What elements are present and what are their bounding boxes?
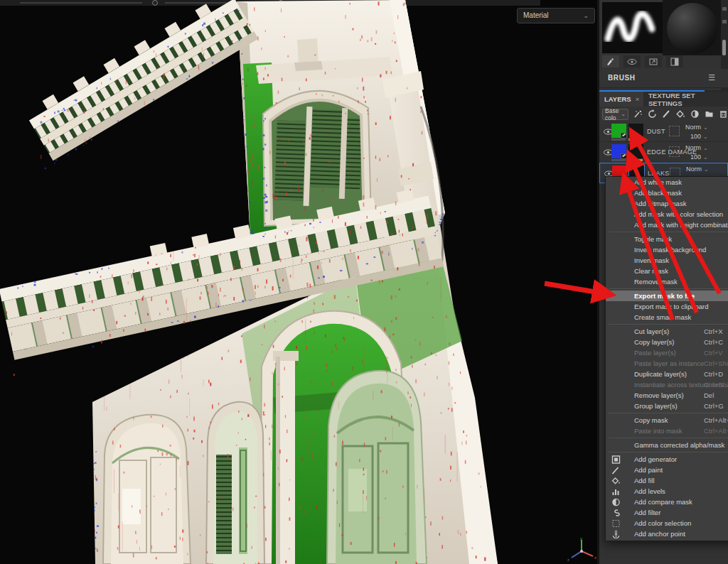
menu-item-label: Remove mask bbox=[634, 278, 678, 286]
fill-badge-icon bbox=[621, 133, 627, 139]
menu-item-export-mask-to-file[interactable]: Export mask to file bbox=[606, 291, 728, 301]
menu-item-paste-layer-s: Paste layer(s)Ctrl+V bbox=[606, 347, 728, 358]
menu-item-add-black-mask[interactable]: Add black mask bbox=[606, 188, 728, 198]
mask-bar bbox=[628, 139, 643, 141]
menu-item-cut-layer-s[interactable]: Cut layer(s)Ctrl+X bbox=[606, 326, 728, 337]
menu-item-shortcut: Ctrl+Shift+I bbox=[704, 379, 728, 390]
tab-layers[interactable]: LAYERS × bbox=[599, 92, 644, 107]
tab-material[interactable] bbox=[666, 55, 683, 67]
gizmo-z-label: z bbox=[567, 558, 569, 562]
scrollbar-handle[interactable] bbox=[722, 40, 726, 55]
menu-item-label: Duplicate layer(s) bbox=[634, 370, 687, 378]
layer-color-thumbnail[interactable] bbox=[611, 124, 626, 138]
menu-item-add-compare-mask[interactable]: Add compare mask bbox=[606, 497, 728, 507]
layer-context-menu: Add white maskAdd black maskAdd bitmap m… bbox=[605, 176, 728, 541]
tab-brush[interactable] bbox=[602, 55, 619, 67]
menu-item-label: Gamma corrected alpha/mask bbox=[634, 441, 724, 449]
layer-name: DUST bbox=[647, 128, 665, 135]
add-paint-layer-icon[interactable] bbox=[662, 109, 671, 119]
menu-item-group-layer-s[interactable]: Group layer(s)Ctrl+G bbox=[606, 401, 728, 411]
menu-item-add-paint[interactable]: Add paint bbox=[606, 465, 728, 475]
layer-mask-thumbnail[interactable] bbox=[628, 124, 643, 138]
layers-tabbar: LAYERS × TEXTURE SET SETTINGS bbox=[599, 90, 728, 107]
menu-item-export-mask-to-clipboard[interactable]: Export mask to clipboard bbox=[606, 301, 728, 312]
fill-badge-icon bbox=[621, 153, 627, 159]
blend-mode-dropdown[interactable]: Norm⌄ bbox=[685, 124, 708, 131]
menu-item-gamma-corrected-alpha-mask[interactable]: Gamma corrected alpha/mask bbox=[606, 440, 728, 450]
menu-item-add-white-mask[interactable]: Add white mask bbox=[606, 177, 728, 188]
menu-item-paste-into-mask: Paste into maskCtrl+Alt+V bbox=[606, 425, 728, 436]
menu-item-invert-mask-background[interactable]: Invert mask background bbox=[606, 244, 728, 255]
navigation-gizmo[interactable]: x y z bbox=[566, 537, 599, 563]
menu-item-remove-mask[interactable]: Remove mask bbox=[606, 276, 728, 287]
add-smart-mask-icon[interactable] bbox=[690, 109, 700, 119]
add-folder-icon[interactable] bbox=[705, 109, 714, 119]
menu-item-add-mask-with-height-combination[interactable]: Add mask with height combination bbox=[606, 219, 728, 230]
cornice-top bbox=[24, 0, 259, 161]
layer-mask-thumbnail[interactable] bbox=[628, 144, 643, 158]
compare-mask-icon bbox=[611, 498, 621, 506]
material-slot-icon bbox=[669, 126, 680, 136]
menu-separator bbox=[609, 288, 728, 289]
menu-item-remove-layer-s[interactable]: Remove layer(s)Del bbox=[606, 390, 728, 401]
opacity-dropdown[interactable]: 100⌄ bbox=[690, 153, 708, 161]
menu-item-label: Add white mask bbox=[634, 178, 682, 186]
menu-item-add-levels[interactable]: Add levels bbox=[606, 486, 728, 497]
brush-section-header[interactable]: BRUSH ☰ bbox=[599, 69, 728, 88]
menu-item-shortcut: Ctrl+D bbox=[704, 369, 723, 379]
add-fill-layer-icon[interactable] bbox=[676, 109, 685, 119]
menu-item-label: Clear mask bbox=[634, 267, 668, 275]
add-effect-icon[interactable] bbox=[633, 109, 643, 119]
section-menu-icon[interactable]: ☰ bbox=[708, 73, 715, 82]
levels-icon bbox=[611, 487, 621, 496]
menu-item-label: Add generator bbox=[634, 455, 677, 463]
menu-item-copy-mask[interactable]: Copy maskCtrl+Alt+C bbox=[606, 415, 728, 425]
menu-item-invert-mask[interactable]: Invert mask bbox=[606, 255, 728, 266]
chevron-down-icon: ⌄ bbox=[621, 111, 626, 117]
layer-color-thumbnail[interactable] bbox=[611, 144, 626, 158]
brush-stroke-preview[interactable] bbox=[602, 2, 663, 53]
tab-texture-set-settings[interactable]: TEXTURE SET SETTINGS bbox=[643, 92, 728, 107]
channel-bar bbox=[611, 139, 626, 141]
channel-bar bbox=[611, 159, 626, 161]
material-mode-dropdown[interactable]: Material ⌄ bbox=[517, 8, 595, 23]
menu-item-add-mask-with-color-selection[interactable]: Add mask with color selection bbox=[606, 209, 728, 219]
facade-render bbox=[0, 0, 599, 564]
opacity-dropdown[interactable]: 100⌄ bbox=[690, 133, 708, 140]
gizmo-y-label: y bbox=[580, 537, 582, 541]
properties-tabbar bbox=[602, 55, 683, 67]
add-smart-material-icon[interactable] bbox=[648, 109, 657, 119]
substance-painter-window: { "viewport": { "material_dropdown": "Ma… bbox=[0, 0, 728, 564]
layer-row-dust[interactable]: DUSTNorm⌄100⌄ bbox=[599, 121, 728, 142]
menu-item-toggle-mask[interactable]: Toggle mask bbox=[606, 234, 728, 244]
material-preview[interactable] bbox=[663, 0, 722, 55]
close-icon[interactable]: × bbox=[636, 95, 640, 103]
dock-mark bbox=[722, 7, 727, 11]
menu-item-label: Add paint bbox=[634, 466, 663, 474]
menu-item-clear-mask[interactable]: Clear mask bbox=[606, 266, 728, 276]
menu-item-create-smart-mask[interactable]: Create smart mask bbox=[606, 312, 728, 322]
menu-item-add-fill[interactable]: Add fill bbox=[606, 475, 728, 486]
menu-item-label: Add mask with height combination bbox=[634, 221, 728, 229]
menu-item-label: Copy layer(s) bbox=[634, 338, 675, 346]
menu-item-add-bitmap-mask[interactable]: Add bitmap mask bbox=[606, 198, 728, 209]
menu-item-add-color-selection[interactable]: Add color selection bbox=[606, 518, 728, 528]
channel-filter-dropdown[interactable]: Base colo ⌄ bbox=[602, 109, 628, 120]
menu-item-add-generator[interactable]: Add generator bbox=[606, 454, 728, 465]
tab-alpha[interactable] bbox=[623, 55, 641, 67]
tab-stencil[interactable] bbox=[645, 55, 662, 67]
filter-icon bbox=[611, 509, 621, 517]
material-slot-icon bbox=[669, 146, 680, 157]
menu-item-duplicate-layer-s[interactable]: Duplicate layer(s)Ctrl+D bbox=[606, 369, 728, 379]
blend-mode-dropdown[interactable]: Norm⌄ bbox=[685, 144, 708, 151]
delete-layer-icon[interactable] bbox=[719, 109, 728, 119]
blend-mode-dropdown[interactable]: Norm⌄ bbox=[686, 166, 709, 173]
layer-row-edge-damage[interactable]: EDGE DAMAGENorm⌄100⌄ bbox=[599, 142, 728, 163]
viewport-3d[interactable]: Material ⌄ x y z bbox=[0, 0, 599, 564]
menu-item-add-anchor-point[interactable]: Add anchor point bbox=[606, 528, 728, 539]
menu-item-add-filter[interactable]: Add filter bbox=[606, 507, 728, 518]
layers-toolbar: Base colo ⌄ bbox=[599, 107, 728, 121]
menu-item-label: Add bitmap mask bbox=[634, 200, 686, 207]
color-selection-icon bbox=[611, 519, 621, 528]
menu-item-copy-layer-s[interactable]: Copy layer(s)Ctrl+C bbox=[606, 337, 728, 347]
